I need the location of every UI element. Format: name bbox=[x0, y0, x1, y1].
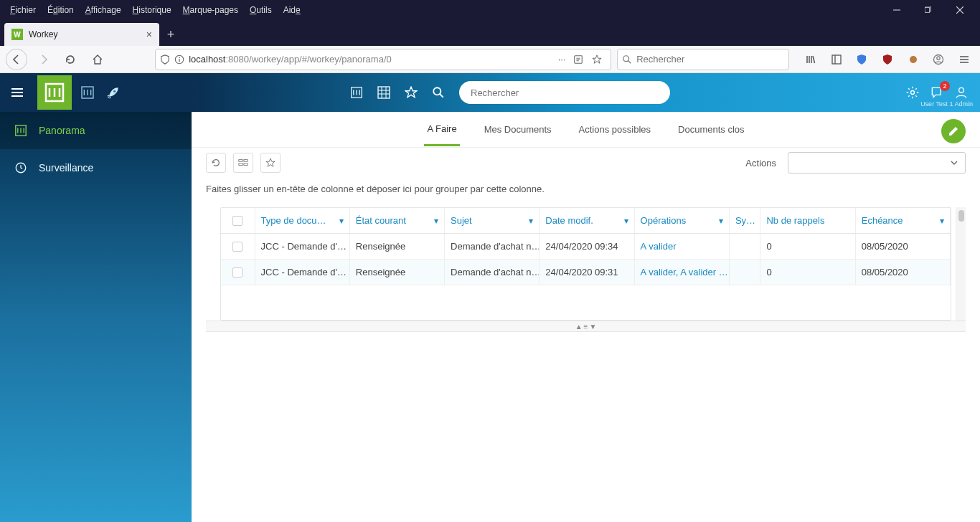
menu-outils[interactable]: Outils bbox=[244, 2, 278, 18]
cell-rappels: 0 bbox=[760, 260, 855, 285]
hdr-table-icon[interactable] bbox=[377, 86, 395, 99]
filter-icon[interactable]: ▾ bbox=[434, 216, 438, 226]
extension-misc-icon[interactable] bbox=[903, 49, 923, 70]
actions-label: Actions bbox=[745, 158, 776, 169]
filter-icon[interactable]: ▾ bbox=[719, 216, 723, 226]
extension-shield-icon[interactable] bbox=[852, 49, 872, 70]
col-sys[interactable]: Sy… bbox=[730, 208, 761, 233]
window-maximize-icon[interactable] bbox=[913, 0, 944, 20]
window-close-icon[interactable] bbox=[944, 0, 976, 20]
menu-aide[interactable]: Aide bbox=[278, 2, 306, 18]
col-etat[interactable]: État courant▾ bbox=[350, 208, 445, 233]
cell-etat: Renseignée bbox=[350, 234, 445, 259]
tracking-shield-icon[interactable] bbox=[160, 54, 170, 65]
app-menu-icon[interactable] bbox=[954, 49, 974, 70]
cell-type: JCC - Demande d'… bbox=[255, 260, 350, 285]
search-icon bbox=[622, 54, 632, 65]
hdr-grid-icon[interactable] bbox=[75, 85, 100, 100]
app-search-input[interactable] bbox=[471, 87, 659, 98]
hdr-panorama-icon[interactable] bbox=[350, 86, 367, 99]
favorite-button[interactable] bbox=[260, 153, 281, 173]
extension-ublock-icon[interactable] bbox=[877, 49, 897, 70]
notification-icon[interactable]: 2 bbox=[930, 85, 944, 100]
grid-scrollbar[interactable] bbox=[956, 207, 966, 321]
browser-tabbar: W Workey × + bbox=[0, 20, 980, 46]
app-logo-icon[interactable] bbox=[37, 75, 72, 110]
tab-mes-documents[interactable]: Mes Documents bbox=[481, 114, 555, 145]
svg-rect-57 bbox=[244, 160, 248, 162]
actions-select[interactable] bbox=[788, 152, 966, 174]
menu-edition[interactable]: Édition bbox=[42, 2, 80, 18]
col-sujet[interactable]: Sujet▾ bbox=[445, 208, 540, 233]
library-icon[interactable] bbox=[801, 49, 821, 70]
hdr-search-icon[interactable] bbox=[432, 86, 449, 99]
new-tab-button[interactable]: + bbox=[159, 23, 182, 46]
checkbox-all[interactable] bbox=[232, 216, 242, 226]
url-bar[interactable]: localhost:8080/workey/app/#/workey/panor… bbox=[155, 49, 611, 70]
svg-rect-2 bbox=[925, 8, 930, 13]
menu-marquepages[interactable]: Marque-pages bbox=[177, 2, 244, 18]
filter-icon[interactable]: ▾ bbox=[624, 216, 628, 226]
tab-close-icon[interactable]: × bbox=[146, 29, 152, 40]
tab-a-faire[interactable]: A Faire bbox=[424, 113, 459, 146]
tab-documents-clos[interactable]: Documents clos bbox=[675, 114, 747, 145]
detail-pane bbox=[206, 332, 966, 511]
account-icon[interactable] bbox=[929, 49, 949, 70]
bookmark-star-icon[interactable] bbox=[592, 54, 606, 65]
nav-back-button[interactable] bbox=[6, 49, 27, 70]
splitter-handle[interactable]: ▲ ≡ ▼ bbox=[206, 321, 966, 332]
settings-gear-icon[interactable] bbox=[905, 85, 920, 100]
col-date[interactable]: Date modif.▾ bbox=[540, 208, 634, 233]
cell-ops[interactable]: A valider bbox=[635, 234, 730, 259]
browser-search-bar[interactable] bbox=[617, 49, 789, 70]
grid-row[interactable]: JCC - Demande d'… Renseignée Demande d'a… bbox=[221, 234, 951, 260]
grid-toolbar: Actions bbox=[192, 148, 980, 178]
svg-rect-56 bbox=[239, 160, 242, 162]
menu-affichage[interactable]: Affichage bbox=[80, 2, 127, 18]
connection-info-icon[interactable] bbox=[174, 54, 184, 65]
create-fab-button[interactable] bbox=[941, 119, 966, 143]
hdr-rocket-icon[interactable] bbox=[100, 85, 126, 100]
cell-echeance: 08/05/2020 bbox=[856, 260, 951, 285]
cell-sujet: Demande d'achat n… bbox=[445, 234, 540, 259]
cell-ops[interactable]: A valider, A valider … bbox=[635, 260, 730, 285]
user-profile-icon[interactable] bbox=[954, 85, 969, 100]
menu-fichier[interactable]: Fichier bbox=[4, 2, 42, 18]
browser-search-input[interactable] bbox=[636, 54, 784, 65]
sidebar-item-panorama[interactable]: Panorama bbox=[0, 112, 192, 149]
row-checkbox[interactable] bbox=[232, 242, 242, 252]
scrollbar-thumb[interactable] bbox=[958, 210, 964, 222]
group-hint: Faites glisser un en-tête de colonne et … bbox=[192, 178, 980, 207]
col-checkbox[interactable] bbox=[221, 208, 255, 233]
filter-icon[interactable]: ▾ bbox=[940, 216, 944, 226]
panorama-icon bbox=[14, 124, 29, 137]
menu-historique[interactable]: Historique bbox=[127, 2, 177, 18]
page-actions-icon[interactable]: ··· bbox=[555, 54, 569, 65]
hamburger-button[interactable] bbox=[0, 85, 34, 100]
sidebar-item-surveillance[interactable]: Surveillance bbox=[0, 149, 192, 186]
tab-actions-possibles[interactable]: Actions possibles bbox=[576, 114, 654, 145]
col-type[interactable]: Type de docu…▾ bbox=[255, 208, 350, 233]
nav-home-button[interactable] bbox=[87, 49, 108, 70]
user-label: User Test 1 Admin bbox=[920, 100, 973, 108]
refresh-button[interactable] bbox=[206, 153, 226, 173]
sidebar-toggle-icon[interactable] bbox=[826, 49, 847, 70]
window-minimize-icon[interactable] bbox=[881, 0, 913, 20]
col-ops[interactable]: Opérations▾ bbox=[635, 208, 730, 233]
svg-point-50 bbox=[959, 87, 964, 92]
surveillance-icon bbox=[14, 161, 29, 174]
filter-icon[interactable]: ▾ bbox=[529, 216, 533, 226]
browser-tab[interactable]: W Workey × bbox=[4, 23, 159, 46]
nav-reload-button[interactable] bbox=[60, 49, 81, 70]
cell-echeance: 08/05/2020 bbox=[856, 234, 951, 259]
grid-row[interactable]: JCC - Demande d'… Renseignée Demande d'a… bbox=[221, 260, 951, 285]
reader-mode-icon[interactable] bbox=[573, 54, 588, 65]
layout-button[interactable] bbox=[233, 153, 253, 173]
app-search-field[interactable] bbox=[459, 81, 670, 104]
svg-rect-7 bbox=[179, 59, 180, 62]
filter-icon[interactable]: ▾ bbox=[339, 216, 344, 226]
col-rappels[interactable]: Nb de rappels bbox=[760, 208, 855, 233]
col-echeance[interactable]: Echéance▾ bbox=[856, 208, 951, 233]
row-checkbox[interactable] bbox=[232, 267, 242, 277]
hdr-star-icon[interactable] bbox=[405, 86, 422, 99]
